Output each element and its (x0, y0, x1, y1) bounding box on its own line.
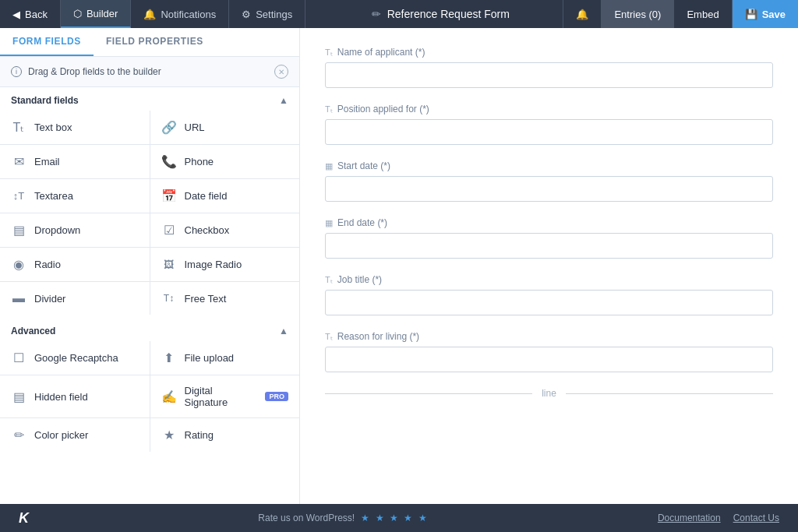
field-group-start-date: ▦ Start date (*) (325, 160, 773, 202)
input-reason-living[interactable] (325, 347, 773, 372)
tab-field-properties[interactable]: FIELD PROPERTIES (94, 28, 216, 56)
top-nav: ◀ Back ⬡ Builder 🔔 Notifications ⚙ Setti… (0, 0, 798, 28)
radio-icon: ◉ (11, 257, 26, 272)
phone-icon: 📞 (161, 154, 177, 169)
label-icon-position: Tₜ (325, 104, 333, 115)
entries-button[interactable]: Entries (0) (601, 0, 673, 28)
close-hint-button[interactable]: ✕ (274, 65, 288, 79)
field-label-end-date: ▦ End date (*) (325, 217, 773, 228)
left-panel: FORM FIELDS FIELD PROPERTIES i Drag & Dr… (0, 28, 300, 504)
field-divider-label: Divider (34, 293, 65, 305)
rate-text: Rate us on WordPress! (258, 513, 355, 523)
advanced-fields-grid: ☐ Google Recaptcha ⬆ File upload ▤ Hidde… (0, 341, 299, 452)
field-hidden[interactable]: ▤ Hidden field (0, 375, 150, 417)
label-icon-name: Tₜ (325, 48, 333, 58)
date-icon: 📅 (161, 188, 177, 203)
field-rating-label: Rating (185, 429, 214, 441)
footer-logo: K (19, 510, 29, 527)
field-radio[interactable]: ◉ Radio (0, 248, 150, 281)
recaptcha-icon: ☐ (11, 351, 26, 365)
right-panel: Tₜ Name of applicant (*) Tₜ Position app… (300, 28, 798, 504)
field-phone-label: Phone (185, 156, 214, 167)
field-signature-label: Digital Signature (185, 385, 258, 408)
footer: K Rate us on WordPress! ★ ★ ★ ★ ★ Docume… (0, 504, 798, 532)
settings-tab[interactable]: ⚙ Settings (229, 0, 305, 28)
field-recaptcha-label: Google Recaptcha (34, 352, 118, 364)
field-rating[interactable]: ★ Rating (150, 418, 300, 452)
field-checkbox-label: Checkbox (185, 224, 230, 236)
label-icon-job-title: Tₜ (325, 275, 333, 285)
form-divider: line (325, 388, 773, 399)
tab-form-fields[interactable]: FORM FIELDS (0, 28, 94, 56)
field-phone[interactable]: 📞 Phone (150, 145, 300, 178)
bell-nav-icon[interactable]: 🔔 (563, 0, 601, 28)
field-label-start-date: ▦ Start date (*) (325, 160, 773, 171)
checkbox-icon: ☑ (161, 223, 177, 238)
input-job-title[interactable] (325, 290, 773, 315)
bell-icon-nav: 🔔 (576, 9, 588, 20)
form-canvas: Tₜ Name of applicant (*) Tₜ Position app… (300, 28, 798, 504)
standard-section-header: Standard fields ▲ (0, 87, 299, 111)
image-radio-icon: 🖼 (161, 259, 177, 270)
divider-line-left (325, 393, 532, 394)
field-hidden-label: Hidden field (34, 391, 88, 403)
entries-label: Entries (0) (614, 9, 661, 20)
field-textarea[interactable]: ↕T Textarea (0, 179, 150, 213)
text-box-icon: Tₜ (11, 120, 26, 135)
advanced-collapse-icon[interactable]: ▲ (279, 326, 288, 336)
field-textarea-label: Textarea (34, 190, 73, 202)
field-digital-signature[interactable]: ✍ Digital Signature PRO (150, 375, 300, 417)
input-start-date[interactable] (325, 176, 773, 202)
advanced-section-label: Advanced (11, 326, 55, 336)
rating-icon: ★ (161, 428, 177, 442)
notifications-label: Notifications (161, 9, 216, 20)
free-text-icon: T↕ (161, 293, 177, 304)
field-recaptcha[interactable]: ☐ Google Recaptcha (0, 341, 150, 375)
field-color-picker[interactable]: ✏ Color picker (0, 418, 150, 452)
back-arrow-icon: ◀ (12, 9, 20, 20)
field-url[interactable]: 🔗 URL (150, 111, 300, 144)
field-dropdown[interactable]: ▤ Dropdown (0, 213, 150, 247)
field-group-end-date: ▦ End date (*) (325, 217, 773, 259)
save-icon: 💾 (745, 9, 757, 20)
input-name-applicant[interactable] (325, 62, 773, 88)
input-position-applied[interactable] (325, 119, 773, 145)
field-date[interactable]: 📅 Date field (150, 179, 300, 213)
field-divider[interactable]: ▬ Divider (0, 282, 150, 315)
contact-link[interactable]: Contact Us (733, 513, 779, 523)
field-checkbox[interactable]: ☑ Checkbox (150, 213, 300, 247)
edit-icon: ✏ (372, 8, 381, 20)
label-icon-start-date: ▦ (325, 161, 333, 171)
gear-icon: ⚙ (242, 9, 251, 20)
documentation-link[interactable]: Documentation (658, 513, 721, 523)
info-icon: i (11, 66, 22, 77)
input-end-date[interactable] (325, 233, 773, 259)
save-label: Save (762, 9, 786, 20)
field-email[interactable]: ✉ Email (0, 145, 150, 178)
field-file-upload-label: File upload (185, 352, 235, 364)
field-label-job-title: Tₜ Job title (*) (325, 274, 773, 285)
divider-label: line (542, 388, 556, 399)
builder-tab[interactable]: ⬡ Builder (61, 0, 131, 28)
field-text-box[interactable]: Tₜ Text box (0, 111, 150, 144)
back-label: Back (25, 9, 48, 20)
drag-hint-text: Drag & Drop fields to the builder (28, 66, 161, 77)
rating-stars[interactable]: ★ ★ ★ ★ ★ (361, 513, 428, 523)
form-title: Reference Request Form (387, 8, 510, 20)
drag-hint-bar: i Drag & Drop fields to the builder ✕ (0, 57, 299, 87)
notifications-tab[interactable]: 🔔 Notifications (131, 0, 229, 28)
footer-right: Documentation Contact Us (658, 513, 779, 523)
builder-icon: ⬡ (73, 8, 82, 19)
save-button[interactable]: 💾 Save (732, 0, 798, 28)
field-email-label: Email (34, 156, 60, 167)
field-file-upload[interactable]: ⬆ File upload (150, 341, 300, 375)
standard-collapse-icon[interactable]: ▲ (279, 95, 288, 106)
panel-tabs: FORM FIELDS FIELD PROPERTIES (0, 28, 299, 57)
back-button[interactable]: ◀ Back (0, 0, 61, 28)
email-icon: ✉ (11, 154, 26, 169)
field-image-radio[interactable]: 🖼 Image Radio (150, 248, 300, 281)
embed-button[interactable]: Embed (673, 0, 731, 28)
divider-line-right (566, 393, 773, 394)
field-free-text[interactable]: T↕ Free Text (150, 282, 300, 315)
bell-icon: 🔔 (143, 9, 156, 20)
